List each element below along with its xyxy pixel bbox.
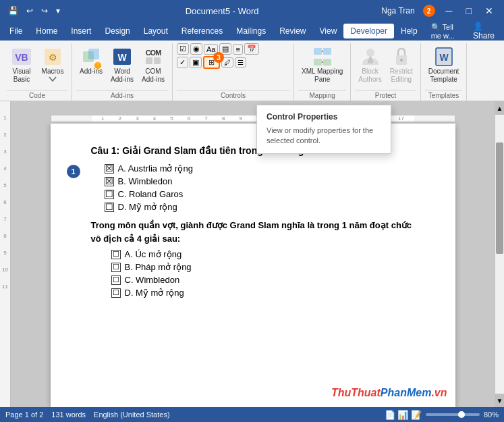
undo-button[interactable]: ↩ xyxy=(24,5,36,17)
document-page: Câu 1: Giải Grand Slam đầu tiên trong nă… xyxy=(51,124,455,407)
option-1b: ☒ B. Wimbledon xyxy=(105,176,415,186)
ribbon-group-protect: BlockAuthors RestrictEditing Protect xyxy=(351,43,420,101)
option-1c: ☐ C. Roland Garos xyxy=(105,189,415,199)
svg-point-16 xyxy=(366,49,374,57)
mapping-group-label: Mapping xyxy=(298,90,346,101)
xml-mapping-icon xyxy=(312,46,333,68)
zoom-level: 80% xyxy=(484,411,499,419)
word-addins-icon: W xyxy=(111,46,133,68)
user-badge: 2 xyxy=(423,5,435,17)
menu-home[interactable]: Home xyxy=(29,24,64,38)
block-authors-button[interactable]: BlockAuthors xyxy=(355,43,385,86)
redo-button[interactable]: ↪ xyxy=(38,5,51,17)
scroll-up-button[interactable]: ▲ xyxy=(495,101,504,115)
svg-rect-13 xyxy=(323,59,331,65)
scroll-thumb[interactable] xyxy=(496,142,503,254)
close-button[interactable]: ✕ xyxy=(480,4,499,18)
svg-text:W: W xyxy=(117,52,127,63)
ctrl-checkbox-btn[interactable]: ☑ xyxy=(177,43,189,55)
ctrl-check2-btn[interactable]: ✓ xyxy=(177,57,188,68)
save-button[interactable]: 💾 xyxy=(5,5,21,17)
checkbox-2d[interactable]: ☐ xyxy=(111,288,121,298)
block-authors-icon xyxy=(360,46,381,68)
zoom-thumb[interactable] xyxy=(458,411,465,418)
document-template-icon: W xyxy=(433,46,455,68)
svg-rect-10 xyxy=(314,48,322,55)
scroll-down-button[interactable]: ▼ xyxy=(495,394,504,407)
ribbon-group-addins: Add-ins ! W WordAdd-ins COM COMAdd-ins A… xyxy=(72,43,173,101)
top-ruler: 123 456 789 101112 131415 1617 xyxy=(51,115,455,122)
menu-file[interactable]: File xyxy=(3,24,29,38)
control-properties-tooltip: Control Properties View or modify proper… xyxy=(256,105,391,154)
workspace: 123 456 789 1011 123 456 789 101112 1314… xyxy=(0,101,504,407)
menu-mailings[interactable]: Mailings xyxy=(229,24,273,38)
doc-scroll-area[interactable]: 123 456 789 101112 131415 1617 Câu 1: Gi… xyxy=(11,101,495,407)
controls-group-label: Controls xyxy=(177,90,289,101)
checkbox-1b[interactable]: ☒ xyxy=(105,177,114,186)
menu-help[interactable]: Help xyxy=(394,24,424,38)
xml-mapping-pane-button[interactable]: XML MappingPane xyxy=(298,43,346,86)
com-addins-button[interactable]: COM COMAdd-ins xyxy=(138,43,168,86)
ctrl-date-btn[interactable]: 📅 xyxy=(244,43,259,55)
svg-text:⚙: ⚙ xyxy=(49,52,57,63)
title-bar: 💾 ↩ ↪ ▾ Document5 - Word Nga Tran 2 ─ □ … xyxy=(0,0,504,22)
checkbox-1c[interactable]: ☐ xyxy=(105,190,114,199)
option-2a: ☐ A. Úc mở rộng xyxy=(111,249,415,259)
macros-icon: ⚙ xyxy=(42,46,63,68)
ribbon-group-templates: W DocumentTemplate Templates xyxy=(421,43,468,101)
restrict-editing-button[interactable]: RestrictEditing xyxy=(387,43,416,86)
checkbox-1a[interactable]: ☒ xyxy=(105,164,114,174)
svg-rect-8 xyxy=(146,57,152,64)
svg-rect-11 xyxy=(323,48,331,55)
svg-text:W: W xyxy=(439,52,449,63)
menu-design[interactable]: Design xyxy=(98,24,136,38)
restore-button[interactable]: □ xyxy=(461,4,477,18)
menu-developer[interactable]: Developer xyxy=(343,24,394,38)
ctrl-group-btn[interactable]: ☰ xyxy=(235,57,246,68)
macros-button[interactable]: ⚙ Macros xyxy=(38,43,67,86)
ribbon: VB VisualBasic ⚙ Macros Code xyxy=(0,41,504,101)
restrict-editing-icon xyxy=(391,46,412,68)
visual-basic-button[interactable]: VB VisualBasic xyxy=(7,43,36,86)
ctrl-list-btn[interactable]: ≡ xyxy=(233,44,242,55)
menu-insert[interactable]: Insert xyxy=(64,24,98,38)
code-group-label: Code xyxy=(7,90,67,101)
tooltip-title: Control Properties xyxy=(267,112,381,122)
watermark: ThuThuatPhanMem.vn xyxy=(331,387,447,399)
addins-group-label: Add-ins xyxy=(76,90,168,101)
menu-references[interactable]: References xyxy=(175,24,229,38)
checkbox-2a[interactable]: ☐ xyxy=(111,250,121,259)
ctrl-btn2[interactable]: ▣ xyxy=(190,57,202,68)
menu-view[interactable]: View xyxy=(313,24,344,38)
svg-rect-5 xyxy=(88,49,99,59)
section-text: Trong môn quần vợt, giành được Grand Sla… xyxy=(91,219,415,245)
step1-badge: 1 xyxy=(67,165,80,178)
left-ruler: 123 456 789 1011 xyxy=(0,101,11,407)
word-count: 131 words xyxy=(51,411,86,419)
menu-share[interactable]: 👤 Share xyxy=(466,19,501,43)
svg-point-20 xyxy=(400,59,403,61)
checkbox-2b[interactable]: ☐ xyxy=(111,263,121,272)
option-2c: ☐ C. Wimbledon xyxy=(111,275,415,285)
customize-qa-button[interactable]: ▾ xyxy=(53,5,63,17)
addins-button[interactable]: Add-ins ! xyxy=(76,43,106,85)
menu-layout[interactable]: Layout xyxy=(137,24,175,38)
document-template-button[interactable]: W DocumentTemplate xyxy=(425,43,463,86)
layout-icons: 📄 📊 📝 xyxy=(385,410,422,420)
option-1a: ☒ A. Austrlia mở rộng xyxy=(105,163,415,174)
minimize-button[interactable]: ─ xyxy=(441,4,458,18)
user-name: Nga Tran xyxy=(381,6,414,16)
zoom-slider[interactable] xyxy=(426,413,480,416)
scrollbar[interactable]: ▲ ▼ xyxy=(495,101,504,407)
menu-tell-me[interactable]: 🔍 Tell me w... xyxy=(424,20,466,43)
window-title: Document5 - Word xyxy=(63,6,381,16)
menu-review[interactable]: Review xyxy=(273,24,312,38)
word-addins-button[interactable]: W WordAdd-ins xyxy=(107,43,137,86)
ctrl-radio-btn[interactable]: ◉ xyxy=(190,43,202,55)
ribbon-group-mapping: XML MappingPane Mapping xyxy=(294,43,351,101)
language-indicator: English (United States) xyxy=(94,411,170,419)
checkbox-1d[interactable]: ☐ xyxy=(105,203,114,212)
svg-rect-9 xyxy=(154,57,161,64)
checkbox-2c[interactable]: ☐ xyxy=(111,275,121,285)
ctrl-properties-button[interactable]: ⊞ 3 xyxy=(203,56,220,69)
